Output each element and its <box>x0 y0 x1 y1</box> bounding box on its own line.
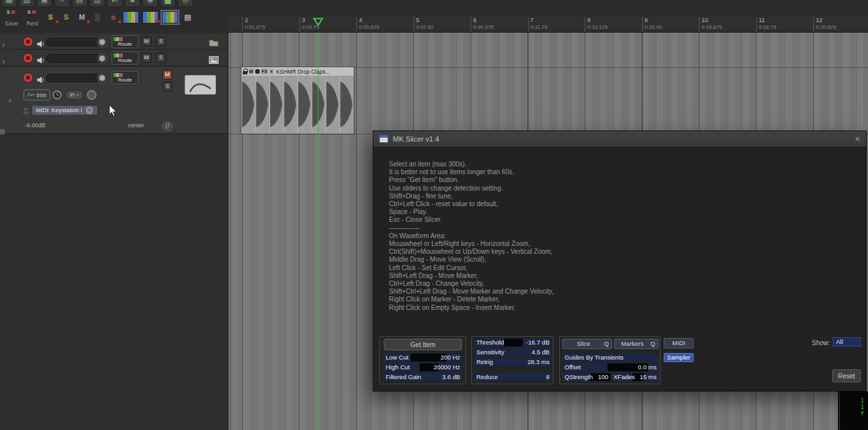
toolbar-icon-matrix-3-icon[interactable] <box>162 11 178 23</box>
speaker-icon[interactable] <box>37 38 44 50</box>
reset-button[interactable]: Reset <box>832 369 861 382</box>
sensitivity-slider[interactable]: Sensitivity 4.5 dB <box>474 348 551 356</box>
ruler-mark: 50:07.50 <box>414 17 434 33</box>
input-fx-slot[interactable]: MIDI: Keystation I × <box>31 105 98 115</box>
xfades-slider[interactable]: XFades 15 ms <box>612 373 659 381</box>
speaker-icon[interactable] <box>37 74 44 86</box>
folder-icon[interactable] <box>209 37 219 49</box>
phase-button[interactable]: Ø <box>163 121 172 131</box>
toolbar-icon-m-clear-icon[interactable]: M× <box>76 10 88 23</box>
clear-x-icon: × <box>117 18 121 25</box>
markers-quantize-toggle[interactable]: Q <box>651 340 655 347</box>
mute-button[interactable]: M <box>142 53 151 63</box>
speaker-icon[interactable] <box>37 55 44 67</box>
image-icon[interactable] <box>209 55 219 67</box>
sampler-button[interactable]: Sampler <box>664 353 694 362</box>
lock-icon[interactable] <box>243 69 247 74</box>
trim-envelope-button[interactable]: trim <box>23 89 50 100</box>
mute-button[interactable]: M <box>163 70 172 80</box>
solo-button[interactable]: S <box>156 37 166 46</box>
toolbar-icon-s-clear-icon[interactable]: S× <box>44 10 57 23</box>
slider-label: Offset <box>565 363 581 371</box>
toolbar-icon-o-clear-icon[interactable]: o× <box>107 10 119 23</box>
solo-button[interactable]: S <box>156 53 166 63</box>
item-close-icon[interactable]: × <box>270 69 273 74</box>
toolbar-icon-split-icon[interactable]: ▣ <box>37 0 52 7</box>
restore-button-label[interactable]: Rest <box>23 20 41 27</box>
toolbar-icon-list-icon[interactable]: ≡ <box>54 0 70 7</box>
mode-group: Slice Q Markers Q Guides By Transients O… <box>559 336 660 384</box>
toolbar-icon-dots-icon[interactable]: ▒ <box>91 10 104 23</box>
solo-button[interactable]: S <box>163 82 172 91</box>
toolbar-icon-grid-4-icon[interactable]: ▥ <box>89 0 105 7</box>
markers-button[interactable]: Markers Q <box>614 339 659 349</box>
midi-button[interactable]: MIDI <box>664 338 694 348</box>
slice-quantize-toggle[interactable]: Q <box>604 340 609 347</box>
guides-by-transients-slider[interactable]: Guides By Transients <box>563 354 659 361</box>
toolbar-icon-bars-icon[interactable]: ▆ <box>160 0 176 7</box>
toolbar-save-group[interactable]: SM Save <box>3 10 20 27</box>
toolbar-icon-ring-icon[interactable]: ◎ <box>178 0 193 7</box>
fader-knob[interactable] <box>97 37 108 48</box>
toolbar-icon-matrix-1-icon[interactable] <box>123 11 139 23</box>
timeline-ruler[interactable]: 20:01.87530:03.7540:05.62550:07.5060:09.… <box>228 16 868 33</box>
threshold-slider[interactable]: Threshold -16.7 dB <box>474 339 551 346</box>
track-row[interactable]: 1 Route M S <box>0 34 227 50</box>
reduce-slider[interactable]: Reduce 8 <box>474 373 551 381</box>
toolbar-icon-grid-2-icon[interactable]: ▧ <box>19 0 35 7</box>
get-item-button[interactable]: Get Item <box>384 339 462 350</box>
media-item[interactable]: M FX × KSHMR Drop Claps... <box>241 67 354 134</box>
low-cut-slider[interactable]: Low Cut 200 Hz <box>384 354 462 361</box>
record-arm-button[interactable] <box>23 37 33 47</box>
ruler-time-label: 0:07.50 <box>416 24 434 31</box>
track-row-expanded[interactable]: 4 Route M S trim in <box>0 67 227 134</box>
notes-icon[interactable] <box>255 69 260 74</box>
toolbar-icon-swap-icon[interactable]: ⇄ <box>107 0 123 7</box>
input-knob[interactable] <box>87 90 97 100</box>
item-fx-icon[interactable]: FX <box>261 69 268 74</box>
filtered-gain-slider[interactable]: Filtered Gain 3.6 dB <box>384 373 462 381</box>
record-arm-button[interactable] <box>23 72 33 83</box>
toolbar-icon-target-icon[interactable]: ◉ <box>142 0 158 7</box>
remove-fx-icon[interactable]: × <box>85 106 93 114</box>
media-item-header[interactable]: M FX × KSHMR Drop Claps... <box>241 67 354 76</box>
volume-fader[interactable] <box>46 54 107 63</box>
close-icon[interactable]: × <box>855 134 860 144</box>
slice-button[interactable]: Slice Q <box>563 339 612 349</box>
slider-value: 4.5 dB <box>532 348 550 356</box>
save-button-label[interactable]: Save <box>3 20 20 27</box>
item-mute-icon[interactable]: M <box>249 69 254 74</box>
qstrength-slider[interactable]: QStrength 100 <box>563 373 610 381</box>
retrig-slider[interactable]: Retrig 28.3 ms <box>474 358 551 366</box>
slicer-titlebar[interactable]: MK Slicer v1.4 × <box>373 131 866 147</box>
fader-knob[interactable] <box>97 72 108 84</box>
clock-icon[interactable] <box>52 90 62 102</box>
toolbar-icon-matrix-2-icon[interactable]: × <box>142 11 159 23</box>
ruler-mark: 120:20.625 <box>813 17 836 33</box>
toolbar-restore-group[interactable]: SM Rest <box>23 10 41 27</box>
ruler-bar-number: 3 <box>302 17 320 24</box>
track-row[interactable]: 3 Route M S <box>0 50 227 66</box>
toolbar-icon-tri-icon[interactable]: ▲ <box>125 0 140 7</box>
high-cut-slider[interactable]: High Cut 20000 Hz <box>384 363 462 371</box>
route-button[interactable]: Route <box>112 71 138 84</box>
offset-slider[interactable]: Offset 0.0 ms <box>563 363 659 371</box>
toolbar-icon-duplicate-icon[interactable]: ▤ <box>181 10 194 23</box>
mute-button[interactable]: M <box>142 37 151 46</box>
instruction-line: Press "Get Item" button. <box>389 176 553 184</box>
input-selector[interactable]: in ▾ <box>65 90 84 100</box>
volume-fader[interactable] <box>46 38 107 46</box>
route-button[interactable]: Route <box>112 35 138 48</box>
record-arm-button[interactable] <box>23 53 33 63</box>
show-dropdown[interactable]: All <box>833 337 861 346</box>
volume-fader[interactable] <box>46 74 107 82</box>
toolbar-icon-grid-1-icon[interactable]: ▦ <box>1 0 17 7</box>
instruction-line: Use sliders to change detection setting. <box>389 185 553 192</box>
item-waveform-area[interactable] <box>241 76 354 134</box>
toolbar-icon-grid-3-icon[interactable]: ▤ <box>72 0 87 7</box>
mk-slicer-window[interactable]: MK Slicer v1.4 × Select an item (max 300… <box>373 131 867 392</box>
fader-knob[interactable] <box>97 53 108 64</box>
track-resize-grip[interactable] <box>0 129 5 134</box>
route-button[interactable]: Route <box>112 52 138 65</box>
toolbar-icon-s-save-icon[interactable]: S <box>60 10 72 23</box>
